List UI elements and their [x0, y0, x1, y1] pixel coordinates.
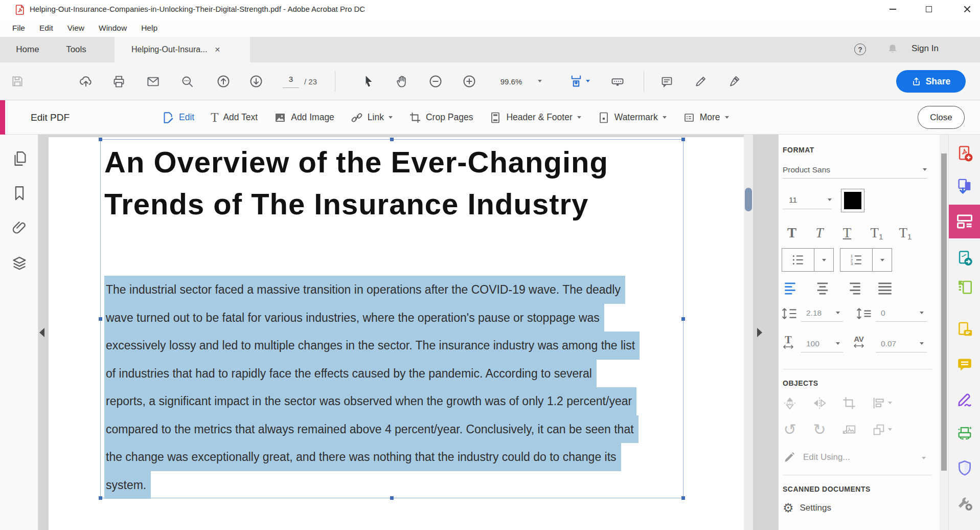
hand-tool-icon[interactable] — [394, 74, 409, 89]
document-scrollbar-thumb[interactable] — [745, 188, 752, 211]
save-icon[interactable] — [10, 74, 25, 89]
selection-handle[interactable] — [99, 317, 102, 321]
align-left-button[interactable] — [783, 281, 800, 296]
scanned-settings-button[interactable]: ⚙ Settings — [783, 502, 831, 514]
tab-tools[interactable]: Tools — [58, 37, 94, 62]
next-page-icon[interactable] — [248, 74, 264, 89]
menu-view[interactable]: View — [60, 24, 92, 33]
selection-handle[interactable] — [99, 138, 102, 141]
zoom-out-icon[interactable] — [428, 74, 443, 89]
maximize-button[interactable] — [918, 1, 940, 17]
more-button[interactable]: More — [683, 112, 729, 124]
select-pointer-icon[interactable] — [361, 74, 376, 89]
selection-handle[interactable] — [681, 496, 685, 500]
combine-files-icon[interactable] — [956, 178, 973, 195]
protect-icon[interactable] — [956, 459, 973, 477]
numbered-list-button[interactable]: 123 — [840, 248, 892, 272]
zoom-level-value[interactable]: 99.6% — [491, 77, 532, 86]
tab-close-icon[interactable]: ✕ — [215, 46, 221, 54]
fill-and-sign-icon[interactable] — [956, 390, 973, 408]
numbered-list-dropdown-icon[interactable] — [872, 249, 892, 271]
more-tools-icon[interactable] — [956, 494, 973, 512]
character-spacing-select[interactable]: 0.07 — [876, 335, 927, 352]
horizontal-scale-select[interactable]: 100 — [801, 335, 843, 352]
edit-using-button[interactable]: Edit Using... — [783, 451, 850, 464]
email-icon[interactable] — [145, 74, 161, 89]
zoom-dropdown-icon[interactable] — [538, 80, 542, 82]
font-size-select[interactable]: 11 — [783, 191, 832, 209]
add-image-button[interactable]: Add Image — [274, 112, 334, 124]
bulleted-list-dropdown-icon[interactable] — [814, 249, 833, 271]
selection-handle[interactable] — [681, 317, 685, 321]
crop-object-icon[interactable] — [840, 394, 858, 412]
bold-button[interactable]: T — [780, 220, 804, 241]
help-icon[interactable]: ? — [854, 43, 866, 55]
underline-button[interactable]: T — [835, 220, 859, 241]
selection-handle[interactable] — [681, 138, 685, 141]
toolbar-ruler-icon[interactable] — [610, 74, 625, 89]
selection-handle[interactable] — [390, 138, 394, 141]
align-center-button[interactable] — [814, 281, 831, 296]
subscript-button[interactable]: T1 — [893, 220, 918, 241]
line-spacing-select[interactable]: 2.18 — [801, 304, 843, 322]
selection-handle[interactable] — [99, 496, 102, 500]
add-text-button[interactable]: T Add Text — [211, 112, 258, 123]
edit-pdf-tool-icon[interactable] — [949, 205, 980, 238]
search-icon[interactable] — [179, 74, 195, 89]
link-button[interactable]: Link — [351, 112, 393, 124]
page-view-icon[interactable] — [568, 74, 584, 89]
zoom-in-icon[interactable] — [462, 74, 477, 89]
send-for-review-icon[interactable] — [956, 321, 973, 339]
menu-edit[interactable]: Edit — [32, 24, 60, 33]
crop-pages-button[interactable]: Crop Pages — [409, 112, 473, 124]
font-color-swatch[interactable] — [841, 189, 864, 212]
page-thumbnails-icon[interactable] — [11, 150, 28, 167]
document-scrollbar[interactable] — [744, 135, 753, 530]
pencil-tool-icon[interactable] — [693, 74, 709, 89]
minimize-button[interactable] — [881, 1, 904, 17]
page-number-input[interactable]: 3 — [283, 75, 299, 88]
enhance-scans-icon[interactable] — [956, 425, 973, 443]
panel-scrollbar-thumb[interactable] — [941, 153, 947, 471]
tab-home[interactable]: Home — [8, 37, 47, 62]
flip-horizontal-icon[interactable] — [810, 394, 829, 412]
collapse-left-panel-icon[interactable] — [39, 328, 44, 337]
flip-vertical-icon[interactable] — [781, 394, 799, 412]
comment-tool-icon[interactable] — [659, 74, 674, 89]
rotate-counterclockwise-icon[interactable]: ↺ — [781, 421, 799, 438]
close-edit-button[interactable]: Close — [918, 106, 965, 129]
watermark-button[interactable]: Watermark — [598, 112, 667, 124]
tab-document[interactable]: Helping-Out-Insura... ✕ — [115, 37, 250, 62]
superscript-button[interactable]: T1 — [864, 220, 889, 241]
export-pdf-icon[interactable] — [956, 250, 973, 267]
organize-pages-icon[interactable] — [956, 279, 973, 296]
notifications-bell-icon[interactable] — [886, 43, 899, 55]
menu-help[interactable]: Help — [134, 24, 165, 33]
collapse-right-panel-icon[interactable] — [757, 328, 762, 337]
share-button[interactable]: Share — [896, 70, 966, 93]
align-right-button[interactable] — [845, 281, 862, 296]
page-view-dropdown-icon[interactable] — [586, 80, 590, 82]
close-window-button[interactable] — [956, 1, 978, 17]
font-family-select[interactable]: Product Sans — [783, 161, 927, 179]
print-icon[interactable] — [111, 74, 126, 89]
create-pdf-icon[interactable] — [956, 145, 973, 162]
arrange-objects-icon[interactable] — [870, 421, 888, 438]
paragraph-spacing-select[interactable]: 0 — [876, 304, 927, 322]
attachments-icon[interactable] — [11, 219, 28, 236]
bulleted-list-button[interactable] — [782, 248, 834, 272]
replace-image-icon[interactable] — [840, 421, 858, 438]
italic-button[interactable]: T — [807, 220, 832, 241]
menu-window[interactable]: Window — [92, 24, 134, 33]
previous-page-icon[interactable] — [216, 74, 231, 89]
bookmarks-icon[interactable] — [11, 185, 28, 202]
upload-cloud-icon[interactable] — [78, 74, 94, 89]
comment-tool-rail-icon[interactable] — [956, 356, 973, 373]
panel-scrollbar[interactable] — [940, 135, 948, 530]
edit-tool-button[interactable]: Edit — [161, 111, 194, 124]
menu-file[interactable]: File — [5, 24, 32, 33]
align-justify-button[interactable] — [876, 281, 894, 296]
align-objects-icon[interactable] — [870, 394, 888, 412]
sign-in-link[interactable]: Sign In — [911, 43, 939, 54]
rotate-clockwise-icon[interactable]: ↻ — [810, 421, 829, 438]
